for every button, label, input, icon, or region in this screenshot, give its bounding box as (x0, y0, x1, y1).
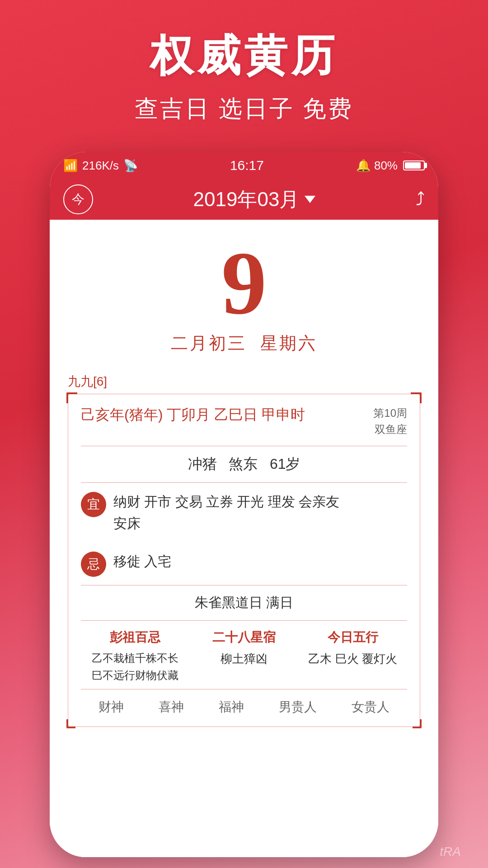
phone-frame: 📶 216K/s 📡 16:17 🔔 80% 今 2019年03月 ⤴ 9 二月… (50, 152, 438, 857)
chong-row: 冲猪 煞东 61岁 (81, 446, 407, 483)
battery-bar (403, 160, 425, 170)
zodiac-text: 双鱼座 (373, 421, 407, 438)
status-left: 📶 216K/s 📡 (63, 159, 138, 173)
yi-row: 宜 纳财 开市 交易 立券 开光 理发 会亲友 安床 (81, 483, 407, 542)
battery-pct-text: 80% (374, 159, 398, 173)
info-section: 九九[6] 己亥年(猪年) 丁卯月 乙巳日 甲申时 第10周 双鱼座 冲猪 煞东 (68, 373, 420, 727)
promo-title: 权威黄历 (150, 27, 338, 86)
ershiba-col: 二十八星宿 柳土獐凶 (190, 629, 299, 684)
ji-content: 移徙 入宅 (113, 551, 407, 572)
footer-item: 财神 (99, 698, 124, 716)
yi-badge: 宜 (81, 492, 106, 517)
lunar-date: 二月初三 星期六 (171, 332, 317, 355)
chong-text: 冲猪 (188, 456, 217, 472)
share-button[interactable]: ⤴ (416, 189, 425, 210)
footer-item: 女贵人 (352, 698, 389, 716)
footer-row: 财神喜神福神男贵人女贵人 (81, 689, 407, 716)
age-text: 61岁 (270, 456, 300, 472)
ershiba-title: 二十八星宿 (212, 629, 276, 646)
wuxing-content: 乙木 巳火 覆灯火 (308, 650, 397, 669)
dropdown-arrow-icon (305, 196, 315, 203)
yi-content: 纳财 开市 交易 立券 开光 理发 会亲友 安床 (113, 491, 407, 534)
zhaque-row: 朱雀黑道日 满日 (81, 585, 407, 621)
footer-item: 福神 (219, 698, 244, 716)
promo-subtitle: 查吉日 选日子 免费 (135, 93, 354, 125)
three-col-row: 彭祖百忌 乙不栽植千株不长 巳不远行财物伏藏 二十八星宿 柳土獐凶 今日五行 乙… (81, 621, 407, 689)
corner-bl-decoration (66, 719, 75, 728)
ji-row: 忌 移徙 入宅 (81, 542, 407, 585)
alarm-icon: 🔔 (356, 159, 371, 173)
today-label: 今 (72, 191, 84, 208)
day-number: 9 (221, 238, 267, 328)
jiu-label: 九九[6] (68, 373, 420, 390)
month-title[interactable]: 2019年03月 (193, 186, 316, 213)
wifi-icon: 📡 (123, 159, 138, 173)
week-info: 第10周 (373, 405, 407, 421)
sha-text: 煞东 (229, 456, 258, 472)
main-content: 9 二月初三 星期六 九九[6] 己亥年(猪年) 丁卯月 乙巳日 甲申时 第10… (50, 220, 438, 857)
wuxing-title: 今日五行 (328, 629, 378, 646)
today-button[interactable]: 今 (63, 184, 93, 214)
wuxing-col: 今日五行 乙木 巳火 覆灯火 (298, 629, 407, 684)
week-zodiac: 第10周 双鱼座 (373, 405, 407, 438)
footer-item: 喜神 (159, 698, 184, 716)
ganzhi-text: 己亥年(猪年) 丁卯月 乙巳日 甲申时 (81, 405, 305, 425)
status-bar: 📶 216K/s 📡 16:17 🔔 80% (50, 152, 438, 179)
corner-br-decoration (413, 719, 422, 728)
pengzu-title: 彭祖百忌 (110, 629, 160, 646)
month-text: 2019年03月 (193, 186, 300, 213)
signal-icon: 📶 (63, 159, 78, 173)
status-right: 🔔 80% (356, 159, 425, 173)
pengzu-col: 彭祖百忌 乙不栽植千株不长 巳不远行财物伏藏 (81, 629, 190, 684)
footer-item: 男贵人 (279, 698, 317, 716)
battery-fill (405, 162, 421, 169)
speed-text: 216K/s (82, 159, 119, 173)
ershiba-content: 柳土獐凶 (221, 650, 267, 669)
ganzhi-row: 己亥年(猪年) 丁卯月 乙巳日 甲申时 第10周 双鱼座 (81, 405, 407, 446)
watermark: tRA (440, 844, 461, 859)
info-box: 己亥年(猪年) 丁卯月 乙巳日 甲申时 第10周 双鱼座 冲猪 煞东 61岁 宜… (68, 394, 420, 727)
header-bar: 今 2019年03月 ⤴ (50, 179, 438, 220)
pengzu-content: 乙不栽植千株不长 巳不远行财物伏藏 (92, 650, 178, 684)
time-display: 16:17 (230, 158, 264, 173)
ji-badge: 忌 (81, 552, 106, 577)
